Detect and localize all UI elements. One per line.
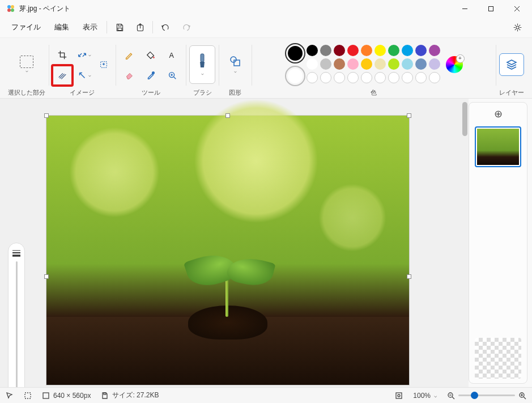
statusbar: 640 × 560px サイズ: 27.2KB 100%⌵: [0, 387, 532, 403]
brush-size-slider[interactable]: [8, 243, 25, 387]
background-layer-thumbnail[interactable]: [475, 338, 521, 379]
edit-colors-button[interactable]: [446, 56, 463, 73]
svg-rect-5: [488, 6, 493, 11]
color-swatch[interactable]: [307, 58, 318, 70]
menu-file[interactable]: ファイル: [5, 19, 48, 36]
group-label-layers: レイヤー: [499, 88, 524, 97]
save-button[interactable]: [109, 18, 130, 36]
color2[interactable]: [285, 66, 305, 86]
color-swatches: [307, 45, 442, 84]
color-swatch[interactable]: [334, 58, 345, 70]
color-swatch-empty[interactable]: [334, 72, 345, 83]
color1[interactable]: [285, 43, 305, 63]
color-swatch[interactable]: [347, 58, 359, 70]
slider-icon: [12, 249, 21, 257]
brushes-button[interactable]: ⌵: [189, 45, 215, 84]
group-label-selection: 選択した部分: [8, 88, 45, 97]
svg-point-0: [7, 5, 11, 9]
group-label-brushes: ブラシ: [193, 88, 212, 97]
color-swatch[interactable]: [429, 58, 440, 70]
maximize-button[interactable]: [478, 0, 504, 17]
color-swatch-empty[interactable]: [374, 72, 386, 83]
menubar: ファイル 編集 表示: [0, 17, 532, 37]
vertical-scrollbar[interactable]: [461, 99, 469, 387]
svg-text:A: A: [169, 51, 175, 59]
svg-rect-8: [118, 24, 121, 26]
undo-button[interactable]: [155, 18, 176, 36]
color-swatch[interactable]: [347, 45, 359, 56]
file-size: サイズ: 27.2KB: [101, 391, 159, 400]
resize-handle[interactable]: [44, 113, 49, 118]
close-button[interactable]: [504, 0, 530, 17]
color-swatch-empty[interactable]: [415, 72, 427, 83]
resize-handle[interactable]: [407, 113, 411, 118]
app-icon: [6, 3, 16, 14]
canvas-area[interactable]: [0, 99, 461, 387]
zoom-out-button[interactable]: [447, 392, 455, 400]
minimize-button[interactable]: [452, 0, 478, 17]
color-swatch-empty[interactable]: [388, 72, 399, 83]
color-swatch-empty[interactable]: [402, 72, 413, 83]
menu-edit[interactable]: 編集: [48, 19, 76, 36]
layers-button[interactable]: [499, 53, 524, 76]
svg-point-1: [11, 5, 14, 9]
shapes-button[interactable]: ⌵: [222, 45, 248, 84]
svg-line-20: [174, 77, 176, 79]
magnifier-tool[interactable]: [162, 65, 182, 86]
eraser-tool[interactable]: [119, 65, 139, 86]
color-swatch[interactable]: [374, 45, 386, 56]
share-button[interactable]: [130, 18, 150, 36]
color-swatch[interactable]: [334, 45, 345, 56]
menu-view[interactable]: 表示: [76, 19, 104, 36]
resize-button[interactable]: ⌵: [74, 45, 94, 65]
color-swatch[interactable]: [320, 45, 331, 56]
svg-point-18: [152, 71, 155, 74]
select-tool[interactable]: ⌵: [14, 45, 40, 84]
resize-handle[interactable]: [407, 274, 411, 279]
color-swatch-empty[interactable]: [361, 72, 372, 83]
color-swatch[interactable]: [415, 58, 427, 70]
color-swatch[interactable]: [388, 58, 399, 70]
color-swatch[interactable]: [320, 58, 331, 70]
generate-button[interactable]: [95, 54, 112, 75]
text-tool[interactable]: A: [162, 45, 182, 65]
color-swatch[interactable]: [361, 45, 372, 56]
color-swatch[interactable]: [361, 58, 372, 70]
settings-button[interactable]: [507, 18, 527, 36]
color-swatch[interactable]: [402, 45, 413, 56]
color-swatch[interactable]: [374, 58, 386, 70]
group-label-tools: ツール: [142, 88, 160, 97]
color-swatch[interactable]: [307, 45, 318, 56]
svg-point-34: [398, 394, 400, 397]
fill-tool[interactable]: [141, 45, 161, 65]
crop-button[interactable]: [52, 45, 73, 65]
zoom-in-button[interactable]: [518, 392, 526, 400]
resize-handle[interactable]: [44, 274, 49, 279]
color-swatch-empty[interactable]: [429, 72, 440, 83]
pencil-tool[interactable]: [119, 45, 139, 65]
svg-point-2: [7, 9, 11, 12]
svg-line-36: [452, 397, 454, 399]
color-swatch[interactable]: [429, 45, 440, 56]
zoom-dropdown[interactable]: 100%⌵: [413, 392, 437, 400]
zoom-slider[interactable]: [458, 394, 515, 396]
resize-handle[interactable]: [225, 113, 230, 118]
color-swatch[interactable]: [402, 58, 413, 70]
rotate-button[interactable]: ⌵: [74, 65, 94, 86]
group-label-image: イメージ: [70, 88, 95, 97]
color-swatch-empty[interactable]: [347, 72, 359, 83]
color-swatch-empty[interactable]: [320, 72, 331, 83]
cursor-pos: [6, 392, 14, 400]
remove-background-button[interactable]: [52, 65, 73, 86]
fit-screen-button[interactable]: [395, 392, 403, 400]
picker-tool[interactable]: [141, 65, 161, 86]
group-label-colors: 色: [371, 88, 377, 97]
color-swatch[interactable]: [388, 45, 399, 56]
add-layer-button[interactable]: ⊕: [491, 107, 505, 121]
canvas-image[interactable]: [46, 116, 409, 385]
redo-button[interactable]: [176, 18, 196, 36]
svg-line-39: [524, 397, 526, 399]
layer-thumbnail[interactable]: [475, 126, 521, 167]
color-swatch[interactable]: [415, 45, 427, 56]
color-swatch-empty[interactable]: [307, 72, 318, 83]
